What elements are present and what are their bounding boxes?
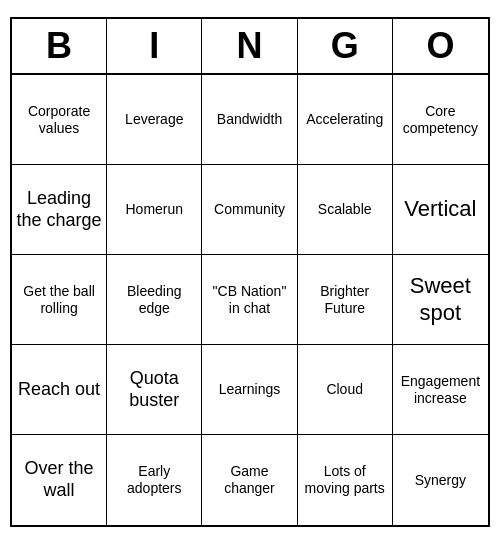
bingo-cell-17: Learnings (202, 345, 297, 435)
bingo-cell-23: Lots of moving parts (298, 435, 393, 525)
bingo-card: BINGO Corporate valuesLeverageBandwidthA… (10, 17, 490, 527)
bingo-cell-14: Sweet spot (393, 255, 488, 345)
bingo-letter-b: B (12, 19, 107, 73)
bingo-cell-10: Get the ball rolling (12, 255, 107, 345)
bingo-cell-21: Early adopters (107, 435, 202, 525)
bingo-cell-18: Cloud (298, 345, 393, 435)
bingo-letter-i: I (107, 19, 202, 73)
bingo-cell-15: Reach out (12, 345, 107, 435)
bingo-cell-3: Accelerating (298, 75, 393, 165)
bingo-cell-24: Synergy (393, 435, 488, 525)
bingo-cell-6: Homerun (107, 165, 202, 255)
bingo-letter-o: O (393, 19, 488, 73)
bingo-cell-0: Corporate values (12, 75, 107, 165)
bingo-cell-8: Scalable (298, 165, 393, 255)
bingo-letter-n: N (202, 19, 297, 73)
bingo-cell-4: Core competency (393, 75, 488, 165)
bingo-cell-12: "CB Nation" in chat (202, 255, 297, 345)
bingo-cell-20: Over the wall (12, 435, 107, 525)
bingo-cell-1: Leverage (107, 75, 202, 165)
bingo-cell-11: Bleeding edge (107, 255, 202, 345)
bingo-header: BINGO (12, 19, 488, 75)
bingo-cell-9: Vertical (393, 165, 488, 255)
bingo-cell-16: Quota buster (107, 345, 202, 435)
bingo-cell-7: Community (202, 165, 297, 255)
bingo-cell-5: Leading the charge (12, 165, 107, 255)
bingo-cell-2: Bandwidth (202, 75, 297, 165)
bingo-cell-13: Brighter Future (298, 255, 393, 345)
bingo-cell-22: Game changer (202, 435, 297, 525)
bingo-grid: Corporate valuesLeverageBandwidthAcceler… (12, 75, 488, 525)
bingo-letter-g: G (298, 19, 393, 73)
bingo-cell-19: Engagement increase (393, 345, 488, 435)
